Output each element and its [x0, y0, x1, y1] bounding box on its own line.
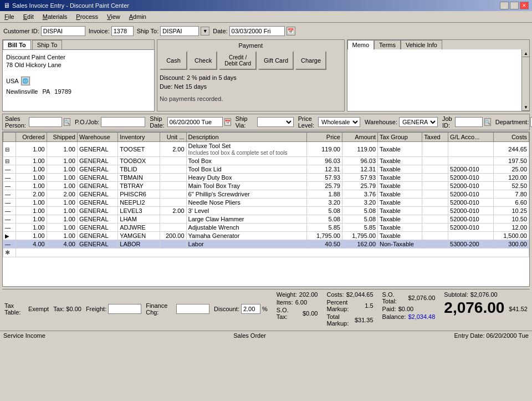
date-calendar-icon[interactable]: 📅: [287, 27, 295, 35]
ship-date-field: Ship Date: 📅: [150, 115, 231, 129]
col-header-shipped[interactable]: Shipped: [47, 133, 77, 142]
cell-tax-group: Taxable: [378, 215, 422, 224]
row-expand[interactable]: —: [3, 207, 16, 215]
check-button[interactable]: Check: [189, 51, 217, 70]
menu-file[interactable]: File: [2, 12, 17, 21]
gift-card-button[interactable]: Gift Card: [258, 51, 294, 70]
col-header-description[interactable]: Description: [186, 133, 306, 142]
memo-scroll-up[interactable]: ▲: [522, 49, 530, 57]
ship-to-lookup-icon[interactable]: ▼: [201, 27, 209, 35]
job-id-lookup-icon[interactable]: 🔍: [484, 118, 491, 126]
cell-ordered: 1.00: [16, 207, 47, 215]
minimize-button[interactable]: _: [500, 2, 509, 9]
col-header-warehouse[interactable]: Warehouse: [77, 133, 117, 142]
row-expand[interactable]: ⊟: [3, 142, 16, 157]
invoice-table-container: Ordered Shipped Warehouse Inventory Unit…: [2, 131, 530, 287]
menu-materials[interactable]: Materials: [40, 12, 70, 21]
col-header-ordered[interactable]: Ordered: [16, 133, 47, 142]
ship-to-label: Ship To:: [137, 28, 159, 34]
col-header-price[interactable]: Price: [306, 133, 342, 142]
cell-inventory: LEVEL3: [118, 207, 160, 215]
table-row[interactable]: — 1.00 1.00 GENERAL TBLID Tool Box Lid 1…: [3, 165, 529, 174]
row-expand[interactable]: —: [3, 174, 16, 182]
freight-input[interactable]: [108, 304, 141, 314]
app-icon: 🖥: [3, 2, 10, 9]
table-row[interactable]: — 1.00 1.00 GENERAL TBMAIN Heavy Duty Bo…: [3, 174, 529, 182]
ship-date-input[interactable]: [167, 117, 223, 127]
invoice-input[interactable]: [111, 26, 134, 36]
row-expand[interactable]: —: [3, 190, 16, 199]
col-header-taxed[interactable]: Taxed: [422, 133, 448, 142]
table-row[interactable]: ⊟ 1.00 1.00 GENERAL TOOBOX Tool Box 96.0…: [3, 157, 529, 165]
sales-person-lookup-icon[interactable]: 🔍: [64, 118, 70, 126]
cell-warehouse: GENERAL: [77, 199, 117, 207]
cell-tax-group: Taxable: [378, 174, 422, 182]
discount-pct-input[interactable]: [241, 304, 260, 314]
table-row[interactable]: — 1.00 1.00 GENERAL NEEPLI2 Needle Nose …: [3, 199, 529, 207]
price-level-select[interactable]: Wholesale: [318, 117, 360, 127]
tab-vehicle-info[interactable]: Vehicle Info: [401, 40, 442, 49]
menu-view[interactable]: View: [105, 12, 122, 21]
warehouse-select[interactable]: GENERAL: [399, 117, 438, 127]
row-expand[interactable]: —: [3, 199, 16, 207]
table-row[interactable]: — 1.00 1.00 GENERAL LHAM Large Claw Hamm…: [3, 215, 529, 224]
tab-memo[interactable]: Memo: [347, 40, 375, 49]
cash-button[interactable]: Cash: [160, 51, 187, 70]
table-row[interactable]: ⊟ 1.00 1.00 GENERAL TOOSET 2.00 Deluxe T…: [3, 142, 529, 157]
ship-to-input[interactable]: [160, 26, 199, 36]
address-panel: Bill To Ship To Discount Paint Center 78…: [2, 39, 155, 111]
row-expand[interactable]: —: [3, 215, 16, 224]
close-button[interactable]: ✕: [520, 2, 529, 9]
tab-ship-to[interactable]: Ship To: [32, 40, 63, 49]
cell-taxed: [422, 142, 448, 157]
table-row[interactable]: — 1.00 1.00 GENERAL TBTRAY Main Tool Box…: [3, 182, 529, 190]
cell-price: 3.20: [306, 199, 342, 207]
sales-person-input[interactable]: [29, 117, 62, 127]
table-row[interactable]: — 4.00 4.00 GENERAL LABOR Labor 40.50 16…: [3, 240, 529, 248]
tab-bill-to[interactable]: Bill To: [3, 40, 31, 49]
row-expand[interactable]: —: [3, 165, 16, 174]
ship-via-select[interactable]: [257, 117, 294, 127]
col-header-gl[interactable]: G/L Acco...: [448, 133, 494, 142]
col-header-tax-group[interactable]: Tax Group: [378, 133, 422, 142]
row-expand[interactable]: —: [3, 182, 16, 190]
cell-costs: 7.80: [493, 190, 529, 199]
col-header-unit[interactable]: Unit ...: [160, 133, 186, 142]
discount-info: Discount: 2 % paid in 5 days: [160, 73, 342, 82]
cell-warehouse: GENERAL: [77, 142, 117, 157]
menu-process[interactable]: Process: [74, 12, 100, 21]
cell-shipped: 1.00: [47, 165, 77, 174]
credit-card-button[interactable]: Credit /Debit Card: [219, 51, 257, 70]
charge-button[interactable]: Charge: [295, 51, 326, 70]
table-new-row[interactable]: ✱: [3, 248, 529, 257]
restore-button[interactable]: □: [510, 2, 519, 9]
tab-terms[interactable]: Terms: [374, 40, 401, 49]
job-id-input[interactable]: [455, 117, 483, 127]
customer-id-input[interactable]: [41, 26, 85, 36]
memo-scroll-down[interactable]: ▼: [522, 103, 530, 111]
row-expand[interactable]: —: [3, 224, 16, 232]
row-expand[interactable]: —: [3, 240, 16, 248]
menu-edit[interactable]: Edit: [21, 12, 36, 21]
date-input[interactable]: [229, 26, 285, 36]
ship-date-calendar-icon[interactable]: 📅: [224, 118, 231, 126]
col-header-amount[interactable]: Amount: [342, 133, 377, 142]
table-row[interactable]: — 1.00 1.00 GENERAL ADJWRE Adjustable Wr…: [3, 224, 529, 232]
country-flag-icon[interactable]: 🌐: [21, 77, 30, 85]
row-expand[interactable]: ▶: [3, 232, 16, 240]
freight-field: Freight:: [86, 304, 141, 314]
col-header-inventory[interactable]: Inventory: [118, 133, 160, 142]
memo-textarea[interactable]: [350, 52, 528, 109]
table-row[interactable]: — 2.00 2.00 GENERAL PHISCR6 6" Phillip's…: [3, 190, 529, 199]
po-job-input[interactable]: [101, 117, 145, 127]
table-row[interactable]: ▶ 1.00 1.00 GENERAL YAMGEN 200.00 Yamaha…: [3, 232, 529, 240]
cell-costs: 244.65: [493, 142, 529, 157]
cell-tax-group: Taxable: [378, 224, 422, 232]
price-level-label: Price Level:: [298, 115, 316, 129]
cell-gl: [448, 142, 494, 157]
table-row[interactable]: — 1.00 1.00 GENERAL LEVEL3 2.00 3' Level…: [3, 207, 529, 215]
finance-chg-input[interactable]: [176, 304, 209, 314]
menu-admin[interactable]: Admin: [127, 12, 149, 21]
row-expand[interactable]: ⊟: [3, 157, 16, 165]
col-header-costs[interactable]: Costs: [493, 133, 529, 142]
